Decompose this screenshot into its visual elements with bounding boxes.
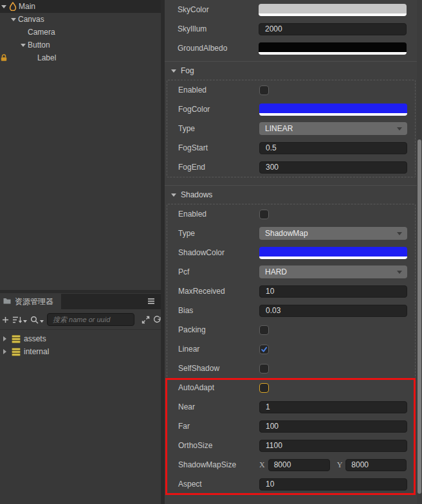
hierarchy-node-label: Label xyxy=(37,53,56,62)
hierarchy-node-main[interactable]: Main xyxy=(0,0,161,13)
property-row-bias: Bias xyxy=(167,301,415,320)
near-input[interactable] xyxy=(259,401,407,413)
maxreceived-input[interactable] xyxy=(259,285,407,298)
property-control xyxy=(259,161,407,174)
skycolor-color-field[interactable] xyxy=(259,4,407,16)
property-label: Type xyxy=(178,124,259,133)
asset-node-internal[interactable]: internal xyxy=(0,345,161,358)
chevron-down-icon xyxy=(397,271,402,274)
lock-icon xyxy=(1,54,7,64)
property-label: SkyColor xyxy=(178,5,259,14)
hierarchy-node-camera[interactable]: Camera xyxy=(0,26,161,39)
enabled-checkbox[interactable] xyxy=(259,86,269,95)
alpha-strip xyxy=(259,113,407,116)
refresh-icon[interactable] xyxy=(153,316,161,324)
scene-hierarchy-panel: MainCanvasCameraButtonLabel xyxy=(0,0,161,290)
property-row-far: Far xyxy=(167,417,415,436)
property-label: Linear xyxy=(178,345,259,354)
collapse-arrow-icon[interactable] xyxy=(21,44,26,47)
property-row-aspect: Aspect xyxy=(167,474,415,494)
panel-menu-icon[interactable] xyxy=(147,296,155,307)
aspect-input[interactable] xyxy=(259,478,407,491)
add-asset-button[interactable] xyxy=(2,316,9,323)
alpha-strip xyxy=(259,14,407,16)
far-input[interactable] xyxy=(259,420,407,433)
hierarchy-node-label: Canvas xyxy=(18,15,44,24)
type-select[interactable]: ShadowMap xyxy=(259,227,407,240)
linear-checkbox[interactable] xyxy=(259,345,269,354)
fogend-input[interactable] xyxy=(259,161,407,174)
type-select[interactable]: LINEAR xyxy=(259,122,407,135)
enabled-checkbox[interactable] xyxy=(259,210,269,219)
asset-search-input[interactable] xyxy=(47,313,134,326)
property-row-type: TypeShadowMap xyxy=(167,224,415,243)
property-control xyxy=(259,42,407,55)
property-label: Far xyxy=(178,422,259,431)
property-row-enabled: Enabled xyxy=(167,204,415,224)
fogcolor-color-field[interactable] xyxy=(259,104,407,116)
property-row-shadowmapsize: ShadowMapSizeXY xyxy=(167,455,415,474)
color-swatch xyxy=(259,247,407,256)
collapse-arrow-icon[interactable] xyxy=(1,5,6,8)
asset-explorer-panel: 资源管理器 assetsinternal xyxy=(0,293,161,504)
asset-tab-bar: 资源管理器 xyxy=(0,293,161,310)
shadowmapsize-x-input[interactable] xyxy=(268,459,330,471)
fogstart-input[interactable] xyxy=(259,142,407,154)
tab-asset-explorer[interactable]: 资源管理器 xyxy=(0,293,61,310)
property-label: Packing xyxy=(178,325,259,334)
property-control xyxy=(259,86,407,95)
asset-node-label: assets xyxy=(24,334,46,343)
section-group-shadows: EnabledTypeShadowMapShadowColorPcfHARDMa… xyxy=(167,204,416,494)
autoadapt-checkbox[interactable] xyxy=(259,383,269,393)
property-row-maxreceived: MaxReceived xyxy=(167,282,415,301)
hierarchy-node-label[interactable]: Label xyxy=(0,51,161,64)
property-row-type: TypeLINEAR xyxy=(167,119,415,138)
orthosize-input[interactable] xyxy=(259,440,407,452)
scene-droplet-icon xyxy=(9,2,17,11)
section-group-fog: EnabledFogColorTypeLINEARFogStartFogEnd xyxy=(167,80,416,177)
pcf-select[interactable]: HARD xyxy=(259,266,407,278)
inspector-scrollbar[interactable] xyxy=(417,0,422,504)
expand-all-icon[interactable] xyxy=(142,316,150,324)
property-label: SkyIllum xyxy=(178,24,259,33)
property-row-shadowcolor: ShadowColor xyxy=(167,243,415,262)
property-label: OrthoSize xyxy=(178,441,259,450)
property-row-autoadapt: AutoAdapt xyxy=(167,378,415,397)
asset-folder-stack-icon xyxy=(12,348,21,356)
axis-y-label: Y xyxy=(337,460,343,470)
property-row-fogstart: FogStart xyxy=(167,138,415,158)
property-row-groundalbedo: GroundAlbedo xyxy=(165,39,422,58)
select-value: LINEAR xyxy=(265,124,293,133)
section-title: Fog xyxy=(181,66,194,75)
asset-node-assets[interactable]: assets xyxy=(0,332,161,345)
property-row-packing: Packing xyxy=(167,320,415,339)
property-control xyxy=(259,305,407,317)
property-control xyxy=(259,364,407,374)
sort-assets-button[interactable] xyxy=(12,316,27,324)
property-label: SelfShadow xyxy=(178,364,259,373)
hierarchy-node-canvas[interactable]: Canvas xyxy=(0,13,161,26)
packing-checkbox[interactable] xyxy=(259,325,269,335)
property-row-pcf: PcfHARD xyxy=(167,262,415,282)
hierarchy-node-label: Button xyxy=(28,40,50,50)
expand-arrow-icon[interactable] xyxy=(3,349,6,354)
expand-arrow-icon[interactable] xyxy=(3,336,6,341)
shadowcolor-color-field[interactable] xyxy=(259,247,407,259)
skyillum-input[interactable] xyxy=(259,23,407,35)
groundalbedo-color-field[interactable] xyxy=(259,42,407,55)
property-control: ShadowMap xyxy=(259,227,407,240)
section-header-shadows[interactable]: Shadows xyxy=(165,186,422,204)
bias-input[interactable] xyxy=(259,305,407,317)
scrollbar-thumb[interactable] xyxy=(417,140,421,494)
property-label: Bias xyxy=(178,306,259,315)
collapse-arrow-icon[interactable] xyxy=(11,18,16,21)
property-control xyxy=(259,4,407,16)
property-row-orthosize: OrthoSize xyxy=(167,436,415,455)
hierarchy-node-button[interactable]: Button xyxy=(0,39,161,51)
section-header-fog[interactable]: Fog xyxy=(165,62,422,80)
property-label: ShadowMapSize xyxy=(178,460,259,469)
search-filter-button[interactable] xyxy=(30,316,44,324)
selfshadow-checkbox[interactable] xyxy=(259,364,269,374)
shadowmapsize-y-input[interactable] xyxy=(345,459,407,471)
property-control xyxy=(259,285,407,298)
